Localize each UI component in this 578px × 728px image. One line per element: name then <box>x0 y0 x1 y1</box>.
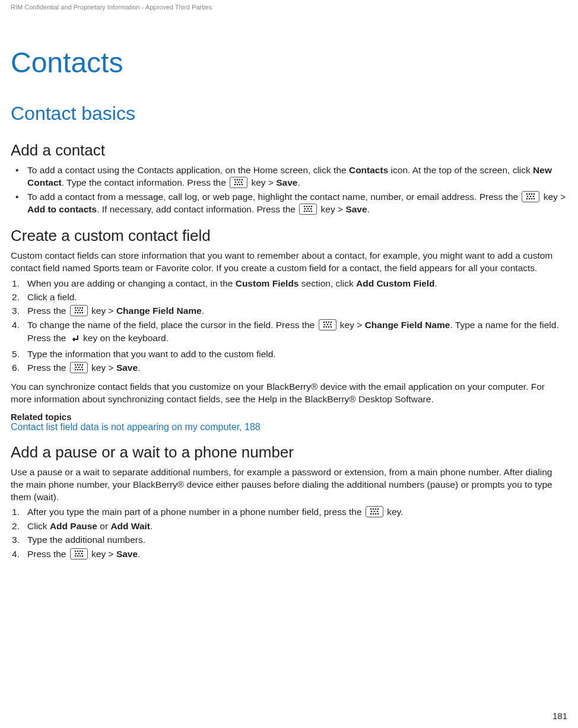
svg-point-18 <box>526 198 528 200</box>
svg-point-28 <box>310 208 312 209</box>
svg-point-45 <box>325 322 327 323</box>
svg-point-7 <box>234 184 236 186</box>
svg-point-87 <box>81 555 83 557</box>
menu-key-icon <box>366 506 383 517</box>
svg-point-65 <box>81 369 83 371</box>
svg-point-70 <box>371 511 373 513</box>
text-bold: Save <box>116 549 138 559</box>
svg-point-48 <box>323 324 325 326</box>
pause-wait-step-3: Type the additional numbers. <box>11 533 567 546</box>
svg-point-46 <box>328 322 329 323</box>
text: key > <box>340 320 365 330</box>
svg-point-17 <box>533 196 535 198</box>
custom-field-step-6: Press the key > Save. <box>11 361 567 374</box>
svg-point-72 <box>377 511 379 513</box>
enter-key-icon <box>70 333 80 346</box>
svg-point-84 <box>74 555 76 557</box>
text-bold: Change Field Name <box>116 306 202 316</box>
text: icon. At the top of the screen, click <box>388 165 533 175</box>
svg-point-3 <box>242 179 243 181</box>
text: Click <box>27 521 50 531</box>
text-bold: Save <box>116 363 138 373</box>
text: key. <box>387 507 403 517</box>
svg-point-57 <box>79 364 81 366</box>
text: . <box>138 363 140 373</box>
svg-point-62 <box>74 369 76 371</box>
svg-point-31 <box>309 210 310 212</box>
svg-point-43 <box>81 312 83 314</box>
svg-point-13 <box>531 193 533 195</box>
svg-point-54 <box>330 326 332 328</box>
svg-point-67 <box>373 508 374 510</box>
svg-point-22 <box>304 205 306 207</box>
confidential-header: RIM Confidential and Proprietary Informa… <box>11 0 567 46</box>
svg-point-76 <box>377 513 379 515</box>
svg-point-24 <box>309 205 310 207</box>
svg-point-49 <box>326 324 328 326</box>
svg-point-39 <box>81 310 82 311</box>
text: key > <box>544 192 566 202</box>
text: After you type the main part of a phone … <box>27 507 364 517</box>
text: When you are adding or changing a contac… <box>27 278 236 288</box>
related-topic-link[interactable]: Contact list field data is not appearing… <box>11 422 261 432</box>
svg-point-29 <box>304 210 306 212</box>
text: . <box>202 306 204 316</box>
text: key on the keyboard. <box>83 333 169 343</box>
svg-point-33 <box>74 307 76 309</box>
svg-point-23 <box>306 205 308 207</box>
text: key > <box>251 177 276 187</box>
section-contact-basics: Contact basics <box>11 103 567 125</box>
menu-key-icon <box>70 305 88 316</box>
text-bold: Save <box>345 204 367 214</box>
text-bold: Save <box>276 177 297 187</box>
svg-point-73 <box>370 513 372 515</box>
pause-wait-step-4: Press the key > Save. <box>11 548 567 561</box>
svg-point-75 <box>375 513 377 515</box>
heading-custom-contact-field: Create a custom contact field <box>11 227 567 245</box>
svg-point-53 <box>328 326 329 328</box>
text-bold: Change Field Name <box>365 320 450 330</box>
svg-point-11 <box>526 193 528 195</box>
svg-point-34 <box>77 307 78 309</box>
svg-point-55 <box>74 364 76 366</box>
text: To change the name of the field, place t… <box>27 320 317 330</box>
svg-point-6 <box>241 182 243 183</box>
text: Press the <box>27 549 69 559</box>
text: . Type the contact information. Press th… <box>62 177 228 187</box>
svg-point-79 <box>79 551 81 552</box>
svg-point-64 <box>79 369 81 371</box>
svg-point-80 <box>81 551 83 552</box>
svg-point-77 <box>74 551 76 552</box>
text: To add a contact from a message, call lo… <box>27 192 520 202</box>
text-bold: Contacts <box>349 165 388 175</box>
svg-point-47 <box>330 322 332 323</box>
text: key > <box>91 549 116 559</box>
text-bold: Custom Fields <box>236 278 299 288</box>
custom-field-step-4: To change the name of the field, place t… <box>11 319 567 347</box>
svg-point-14 <box>533 193 535 195</box>
text: . If necessary, add contact information.… <box>97 204 298 214</box>
svg-point-78 <box>77 551 78 552</box>
svg-point-52 <box>325 326 327 328</box>
svg-point-71 <box>374 511 376 513</box>
text: Press the <box>27 363 69 373</box>
custom-field-intro: Custom contact fields can store informat… <box>11 250 567 275</box>
svg-point-38 <box>78 310 80 311</box>
svg-point-42 <box>79 312 81 314</box>
text: or <box>97 521 110 531</box>
text: . <box>435 278 437 288</box>
text: key > <box>91 306 116 316</box>
svg-point-4 <box>235 182 237 183</box>
svg-point-10 <box>242 184 243 186</box>
svg-point-68 <box>375 508 377 510</box>
svg-point-32 <box>311 210 313 212</box>
svg-point-2 <box>239 179 241 181</box>
svg-point-85 <box>77 555 78 557</box>
custom-field-step-1: When you are adding or changing a contac… <box>11 277 567 290</box>
custom-field-step-2: Click a field. <box>11 291 567 304</box>
custom-field-step-5: Type the information that you want to ad… <box>11 348 567 361</box>
menu-key-icon <box>299 204 317 215</box>
svg-point-0 <box>234 179 236 181</box>
svg-point-74 <box>373 513 374 515</box>
svg-point-1 <box>237 179 239 181</box>
